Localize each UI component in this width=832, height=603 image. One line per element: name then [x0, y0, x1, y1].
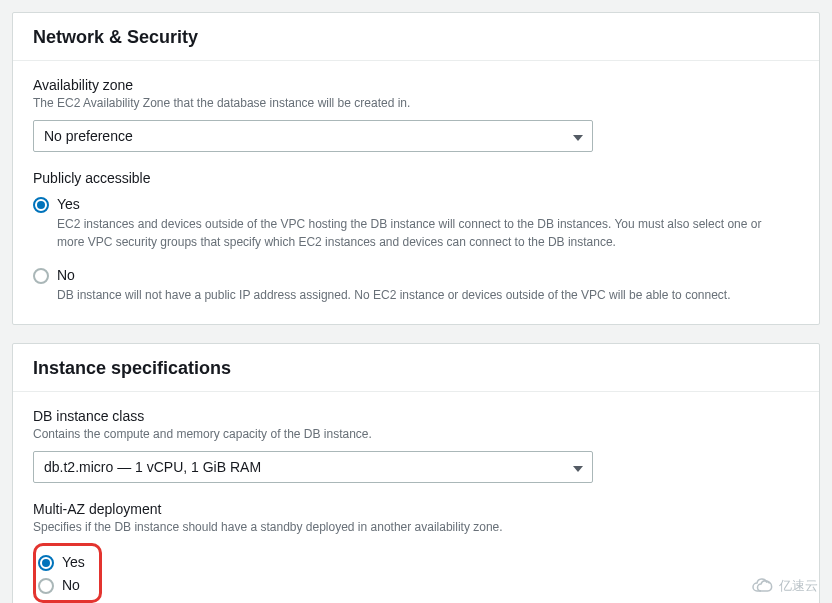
availability-zone-select-wrap: No preference: [33, 120, 593, 152]
instance-specifications-title: Instance specifications: [33, 358, 799, 379]
availability-zone-help: The EC2 Availability Zone that the datab…: [33, 95, 799, 112]
db-instance-class-help: Contains the compute and memory capacity…: [33, 426, 799, 443]
multi-az-no-radio[interactable]: No: [38, 573, 85, 596]
multi-az-yes-radio[interactable]: Yes: [38, 550, 85, 573]
radio-checked-icon: [38, 555, 54, 571]
radio-unchecked-icon: [33, 268, 49, 284]
watermark: 亿速云: [750, 577, 818, 595]
publicly-accessible-field: Publicly accessible Yes EC2 instances an…: [33, 170, 799, 304]
network-security-body: Availability zone The EC2 Availability Z…: [13, 61, 819, 324]
db-instance-class-select-wrap: db.t2.micro — 1 vCPU, 1 GiB RAM: [33, 451, 593, 483]
multi-az-label: Multi-AZ deployment: [33, 501, 799, 517]
cloud-icon: [750, 578, 776, 594]
multi-az-yes-label: Yes: [62, 554, 85, 570]
public-yes-radio[interactable]: Yes: [33, 192, 799, 215]
availability-zone-select[interactable]: No preference: [33, 120, 593, 152]
instance-specifications-body: DB instance class Contains the compute a…: [13, 392, 819, 603]
radio-checked-icon: [33, 197, 49, 213]
db-instance-class-value: db.t2.micro — 1 vCPU, 1 GiB RAM: [44, 452, 261, 482]
db-instance-class-select[interactable]: db.t2.micro — 1 vCPU, 1 GiB RAM: [33, 451, 593, 483]
radio-unchecked-icon: [38, 578, 54, 594]
public-no-label: No: [57, 267, 75, 283]
multi-az-help: Specifies if the DB instance should have…: [33, 519, 799, 536]
watermark-text: 亿速云: [779, 577, 818, 595]
instance-specifications-panel: Instance specifications DB instance clas…: [12, 343, 820, 603]
instance-specifications-header: Instance specifications: [13, 344, 819, 392]
db-instance-class-field: DB instance class Contains the compute a…: [33, 408, 799, 483]
multi-az-field: Multi-AZ deployment Specifies if the DB …: [33, 501, 799, 603]
network-security-title: Network & Security: [33, 27, 799, 48]
availability-zone-field: Availability zone The EC2 Availability Z…: [33, 77, 799, 152]
public-yes-desc: EC2 instances and devices outside of the…: [57, 215, 777, 251]
public-no-radio[interactable]: No: [33, 263, 799, 286]
multi-az-highlight: Yes No: [33, 543, 102, 603]
public-no-desc: DB instance will not have a public IP ad…: [57, 286, 777, 304]
publicly-accessible-label: Publicly accessible: [33, 170, 799, 186]
network-security-header: Network & Security: [13, 13, 819, 61]
availability-zone-value: No preference: [44, 121, 133, 151]
public-yes-label: Yes: [57, 196, 80, 212]
db-instance-class-label: DB instance class: [33, 408, 799, 424]
network-security-panel: Network & Security Availability zone The…: [12, 12, 820, 325]
multi-az-no-label: No: [62, 577, 80, 593]
availability-zone-label: Availability zone: [33, 77, 799, 93]
